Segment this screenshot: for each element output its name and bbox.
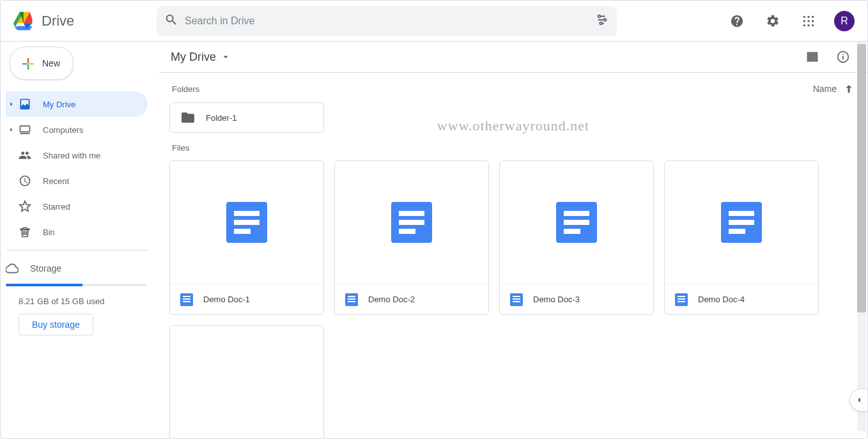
logo-section[interactable]: Drive <box>11 8 151 34</box>
file-preview <box>500 161 653 284</box>
header: Drive R <box>1 1 867 42</box>
svg-point-8 <box>812 20 814 22</box>
svg-point-7 <box>807 20 809 22</box>
nav-label: Recent <box>43 176 69 186</box>
nav-label: Bin <box>43 227 55 237</box>
svg-point-1 <box>604 19 607 21</box>
dropdown-icon <box>220 51 231 63</box>
file-preview <box>170 161 323 284</box>
sort-arrow-up-icon <box>843 83 855 95</box>
nav-bin[interactable]: Bin <box>6 219 148 245</box>
main: My Drive www.otherwayround.net Folders N… <box>159 42 867 438</box>
file-card[interactable] <box>169 325 324 438</box>
file-preview <box>665 161 818 284</box>
file-preview <box>335 161 488 284</box>
nav-label: Starred <box>43 202 70 212</box>
search-options-icon[interactable] <box>595 13 609 29</box>
info-icon[interactable] <box>832 45 855 68</box>
svg-point-5 <box>812 15 814 17</box>
doc-thumb-icon <box>721 202 762 243</box>
settings-icon[interactable] <box>760 8 786 34</box>
svg-rect-14 <box>27 65 29 70</box>
svg-point-2 <box>600 22 602 25</box>
doc-icon <box>510 293 523 306</box>
content-area: www.otherwayround.net Folders Name Folde… <box>159 72 867 438</box>
file-name: Demo Doc-2 <box>368 295 415 304</box>
file-card[interactable]: Demo Doc-4 <box>664 160 819 315</box>
nav: My Drive Computers Shared with me Recent… <box>6 91 159 281</box>
folder-card[interactable]: Folder-1 <box>169 102 324 133</box>
storage-bar <box>6 284 146 286</box>
file-name: Demo Doc-4 <box>698 295 745 304</box>
shared-icon <box>19 149 31 162</box>
folders-grid: Folder-1 <box>169 102 855 133</box>
new-button-label: New <box>42 58 60 68</box>
nav-recent[interactable]: Recent <box>6 168 148 194</box>
doc-icon <box>180 293 193 306</box>
svg-point-6 <box>803 20 805 22</box>
file-card[interactable]: Demo Doc-2 <box>334 160 489 315</box>
avatar[interactable]: R <box>834 11 855 31</box>
app-name: Drive <box>42 13 74 29</box>
file-name: Demo Doc-3 <box>533 295 580 304</box>
apps-icon[interactable] <box>796 8 821 34</box>
doc-thumb-icon <box>226 202 267 243</box>
sidebar: New My Drive Computers Shared with me Re… <box>1 42 159 438</box>
star-icon <box>19 200 31 213</box>
breadcrumb[interactable]: My Drive <box>167 48 235 66</box>
svg-rect-21 <box>842 54 844 55</box>
arrow-right-icon <box>8 127 15 133</box>
nav-shared[interactable]: Shared with me <box>6 142 148 168</box>
help-icon[interactable] <box>724 8 750 34</box>
buy-storage-button[interactable]: Buy storage <box>19 314 93 335</box>
plus-icon <box>20 56 35 70</box>
nav-storage[interactable]: Storage <box>6 256 159 281</box>
doc-icon <box>675 293 688 306</box>
breadcrumb-row: My Drive <box>159 42 867 72</box>
search-input[interactable] <box>185 15 589 27</box>
file-name: Demo Doc-1 <box>203 295 250 304</box>
folder-name: Folder-1 <box>206 113 236 123</box>
search-bar[interactable] <box>157 6 617 36</box>
svg-rect-20 <box>842 56 844 59</box>
svg-point-4 <box>807 15 809 17</box>
svg-point-11 <box>812 24 814 26</box>
arrow-right-icon <box>8 101 15 107</box>
breadcrumb-title: My Drive <box>171 50 216 64</box>
svg-point-0 <box>598 15 601 18</box>
nav-label: Shared with me <box>43 151 100 160</box>
drive-logo-icon <box>11 8 36 34</box>
recent-icon <box>19 174 31 187</box>
sort-label: Name <box>813 84 837 94</box>
folder-icon <box>180 110 196 125</box>
svg-point-10 <box>807 24 809 26</box>
svg-point-3 <box>803 15 805 17</box>
nav-my-drive[interactable]: My Drive <box>6 91 148 117</box>
my-drive-icon <box>19 98 31 111</box>
doc-icon <box>345 293 358 306</box>
files-heading: Files <box>172 143 189 153</box>
nav-starred[interactable]: Starred <box>6 194 148 219</box>
file-card[interactable]: Demo Doc-3 <box>499 160 654 315</box>
nav-label: My Drive <box>43 100 75 109</box>
nav-computers[interactable]: Computers <box>6 117 148 142</box>
svg-point-9 <box>803 24 805 26</box>
files-grid: Demo Doc-1 Demo Doc-2 Demo Doc-3 Demo Do… <box>169 160 855 438</box>
doc-thumb-icon <box>391 202 432 243</box>
scrollbar-thumb[interactable] <box>857 44 866 312</box>
folders-heading: Folders <box>172 84 199 94</box>
computers-icon <box>19 123 31 136</box>
header-actions: R <box>724 8 855 34</box>
bin-icon <box>19 226 31 238</box>
list-view-icon[interactable] <box>801 45 824 68</box>
nav-label: Computers <box>43 125 84 135</box>
storage-text: 8.21 GB of 15 GB used <box>19 297 151 306</box>
search-icon <box>164 13 178 29</box>
file-preview <box>170 326 323 438</box>
svg-rect-13 <box>29 63 34 65</box>
sort-control[interactable]: Name <box>813 83 855 95</box>
file-card[interactable]: Demo Doc-1 <box>169 160 324 315</box>
chevron-left-icon <box>854 395 864 405</box>
new-button[interactable]: New <box>10 47 74 80</box>
side-panel-toggle[interactable] <box>849 389 867 412</box>
